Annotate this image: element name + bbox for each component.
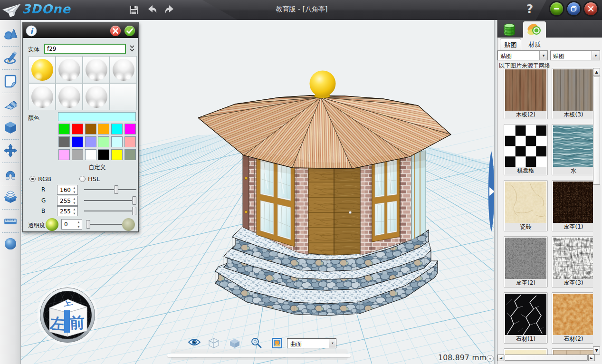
palette-color[interactable] [72, 136, 83, 147]
undo-button[interactable] [145, 3, 159, 17]
palette-color[interactable] [85, 124, 96, 134]
palette-color[interactable] [85, 149, 96, 160]
palette-color[interactable] [98, 149, 109, 160]
spin-up-icon[interactable]: ▲ [72, 186, 76, 189]
transparency-slider[interactable] [87, 224, 122, 225]
library-tab[interactable] [502, 22, 516, 36]
save-button[interactable] [127, 3, 141, 17]
channel-R-slider-thumb[interactable] [114, 185, 118, 194]
tool-material-sphere[interactable] [3, 237, 18, 251]
visibility-button[interactable] [188, 337, 201, 349]
minimize-button[interactable] [550, 2, 563, 15]
palette-color[interactable] [85, 136, 96, 147]
wireframe-mode-button[interactable] [208, 337, 220, 351]
texture-item[interactable]: 皮革(1) [552, 180, 596, 231]
view-cube-left-label[interactable]: 左 [49, 314, 66, 333]
tool-assembly[interactable] [3, 190, 18, 204]
palette-color[interactable] [98, 136, 109, 147]
display-mode-combo[interactable]: 曲面 ▼ [287, 338, 336, 348]
texture-thumbnail-marble-black[interactable] [505, 294, 546, 335]
texture-category-combo-2[interactable]: 贴图 ▼ [550, 50, 600, 60]
texture-item[interactable] [504, 348, 548, 354]
texture-item[interactable]: 石材(2) [552, 292, 596, 344]
texture-thumbnail-leather-dark[interactable] [553, 182, 594, 223]
texture-thumbnail-tile-cream[interactable] [505, 182, 546, 223]
spin-up-icon[interactable]: ▲ [72, 197, 76, 200]
texture-item[interactable] [552, 348, 596, 354]
combo-1-dropdown-arrow[interactable]: ▼ [539, 51, 547, 60]
channel-G-slider[interactable] [84, 200, 136, 201]
spin-up-icon[interactable]: ▲ [76, 220, 81, 223]
horizontal-scroll-thumb[interactable] [505, 354, 588, 361]
redo-button[interactable] [162, 3, 177, 17]
palette-color[interactable] [58, 124, 70, 134]
palette-color[interactable] [111, 149, 123, 160]
zoom-button[interactable] [250, 337, 262, 351]
palette-color[interactable] [124, 124, 136, 134]
tool-magnet[interactable] [3, 167, 18, 181]
scroll-left-button[interactable]: ◄ [497, 354, 504, 361]
rgb-radio-label[interactable]: RGB [38, 175, 51, 182]
vertical-scroll-thumb[interactable] [593, 77, 600, 185]
palette-color[interactable] [72, 124, 83, 134]
tool-measure[interactable] [3, 213, 18, 228]
channel-R-spinner[interactable]: 160▲▼ [57, 185, 78, 195]
channel-B-spinner[interactable]: 255▲▼ [57, 206, 78, 216]
transparency-slider-thumb[interactable] [86, 220, 90, 229]
material-preset-gold[interactable] [29, 56, 56, 83]
material-preset-silver[interactable] [29, 83, 56, 110]
dialog-cancel-button[interactable] [110, 26, 121, 36]
transparency-spinner[interactable]: 0▲▼ [61, 219, 82, 230]
texture-item[interactable]: 水 [552, 124, 596, 175]
texture-thumbnail-marble-cream[interactable] [505, 350, 546, 354]
spin-down-icon[interactable]: ▼ [72, 191, 76, 193]
palette-color[interactable] [58, 136, 70, 147]
shaded-mode-button[interactable] [229, 337, 240, 351]
custom-color-label[interactable]: 自定义 [58, 163, 136, 172]
texture-item[interactable]: 棋盘格 [504, 124, 548, 175]
texture-item[interactable]: 石材(1) [504, 292, 548, 344]
dialog-confirm-button[interactable] [124, 26, 135, 36]
spin-down-icon[interactable]: ▼ [72, 212, 76, 215]
palette-color[interactable] [111, 136, 123, 147]
material-preset-silver[interactable] [110, 56, 137, 83]
channel-R-slider[interactable] [84, 189, 136, 190]
palette-color[interactable] [72, 149, 83, 160]
tab-material[interactable]: 材质 [524, 40, 545, 50]
texture-thumbnail-checker[interactable] [505, 125, 546, 167]
palette-color[interactable] [111, 124, 123, 134]
channel-B-slider[interactable] [84, 211, 136, 211]
tool-primitives[interactable] [3, 27, 18, 41]
spin-down-icon[interactable]: ▼ [72, 201, 76, 204]
bottom-slider-bar[interactable] [167, 354, 351, 357]
render-image-button[interactable] [272, 338, 282, 350]
hsl-radio-label[interactable]: HSL [88, 175, 100, 182]
palette-color[interactable] [58, 149, 70, 160]
scroll-up-button[interactable]: ▲ [593, 68, 600, 76]
texture-thumbnail-water[interactable] [553, 125, 594, 167]
scroll-down-button[interactable]: ▼ [593, 346, 600, 354]
maximize-button[interactable] [567, 2, 580, 15]
texture-thumbnail-stone-orange[interactable] [553, 294, 594, 335]
texture-item[interactable]: 木板(3) [552, 68, 596, 119]
tool-feature[interactable] [3, 120, 18, 134]
palette-color[interactable] [124, 149, 136, 160]
horizontal-scrollbar[interactable]: ◄ ► [497, 354, 595, 362]
texture-item[interactable]: 木板(2) [504, 68, 548, 119]
tool-move[interactable] [3, 144, 18, 158]
close-button[interactable] [584, 2, 597, 15]
tool-eraser[interactable] [3, 97, 18, 111]
expand-chevrons-icon[interactable] [129, 44, 135, 53]
help-button[interactable]: ? [523, 2, 537, 18]
scale-dropdown-icon[interactable]: ▼ [487, 355, 494, 362]
texture-thumbnail-wood-brown[interactable] [505, 69, 546, 111]
channel-G-slider-thumb[interactable] [132, 196, 136, 205]
channel-G-spinner[interactable]: 255▲▼ [57, 196, 78, 206]
texture-thumbnail-leather-gray[interactable] [505, 238, 546, 279]
texture-item[interactable]: 皮革(3) [552, 236, 596, 287]
texture-library-tab-active[interactable] [523, 21, 546, 38]
palette-color[interactable] [124, 136, 136, 147]
spin-down-icon[interactable]: ▼ [76, 225, 81, 228]
texture-thumbnail-wood-gray[interactable] [553, 69, 594, 111]
view-cube[interactable]: 左前上 [38, 286, 96, 344]
